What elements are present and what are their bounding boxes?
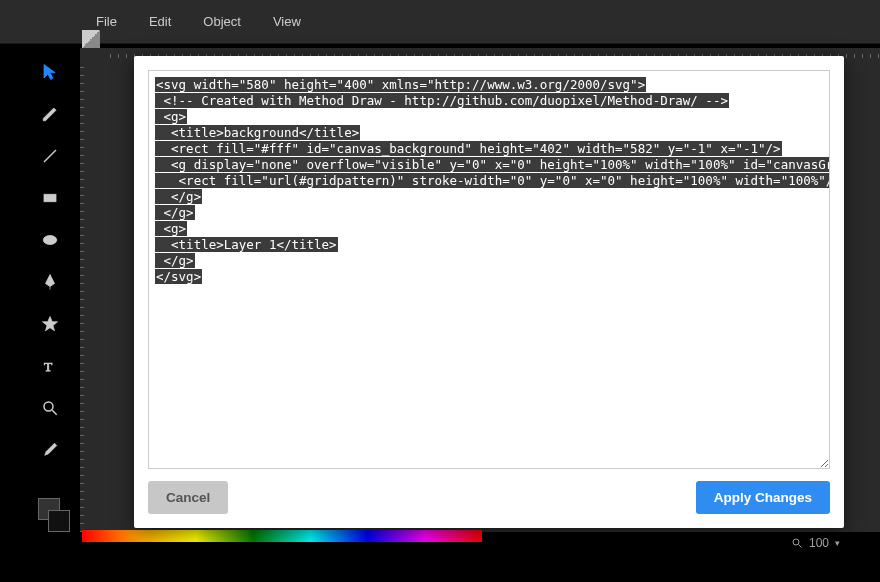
- stroke-swatch[interactable]: [48, 510, 70, 532]
- svg-text:T: T: [44, 359, 53, 374]
- menubar: File Edit Object View: [0, 0, 880, 44]
- color-strip[interactable]: [82, 530, 482, 542]
- svg-source-textarea[interactable]: <svg width="580" height="400" xmlns="htt…: [148, 70, 830, 469]
- zoom-indicator[interactable]: 100 ▾: [791, 536, 840, 550]
- apply-changes-button[interactable]: Apply Changes: [696, 481, 830, 514]
- toolbar: T: [30, 60, 70, 462]
- zoom-chevron-icon: ▾: [835, 538, 840, 548]
- rect-tool[interactable]: [38, 186, 62, 210]
- svg-point-2: [43, 236, 57, 245]
- dialog-buttons: Cancel Apply Changes: [148, 469, 830, 514]
- line-tool[interactable]: [38, 144, 62, 168]
- zoom-label: 100: [809, 536, 829, 550]
- menu-object[interactable]: Object: [187, 10, 257, 33]
- menu-edit[interactable]: Edit: [133, 10, 187, 33]
- app-logo: [82, 30, 100, 48]
- zoom-tool[interactable]: [38, 396, 62, 420]
- ruler-vertical: [80, 60, 84, 532]
- star-tool[interactable]: [38, 312, 62, 336]
- svg-line-5: [52, 410, 57, 415]
- menu-view[interactable]: View: [257, 10, 317, 33]
- source-dialog: <svg width="580" height="400" xmlns="htt…: [134, 56, 844, 528]
- pencil-tool[interactable]: [38, 102, 62, 126]
- eyedropper-tool[interactable]: [38, 438, 62, 462]
- svg-line-7: [798, 545, 801, 548]
- svg-point-6: [793, 539, 799, 545]
- svg-point-4: [44, 402, 53, 411]
- pen-tool[interactable]: [38, 270, 62, 294]
- zoom-icon: [791, 537, 803, 549]
- text-tool[interactable]: T: [38, 354, 62, 378]
- svg-line-0: [44, 150, 56, 162]
- svg-rect-1: [44, 194, 56, 202]
- ellipse-tool[interactable]: [38, 228, 62, 252]
- pointer-tool[interactable]: [38, 60, 62, 84]
- cancel-button[interactable]: Cancel: [148, 481, 228, 514]
